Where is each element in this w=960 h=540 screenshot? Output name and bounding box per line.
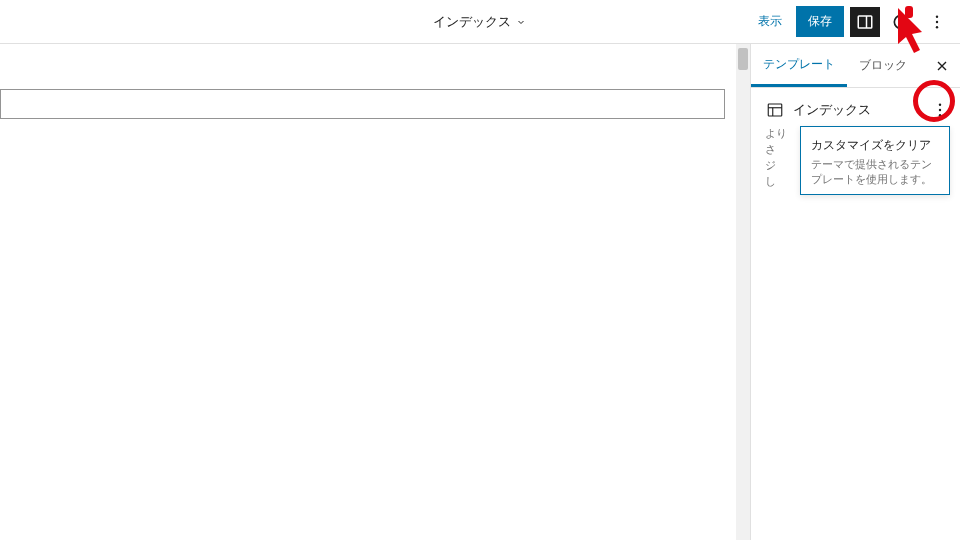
popover-action-desc: テーマで提供されるテンプレートを使用します。 <box>811 157 939 186</box>
svg-point-4 <box>936 20 938 22</box>
template-actions-popover: カスタマイズをクリア テーマで提供されるテンプレートを使用します。 <box>800 126 950 195</box>
tab-template[interactable]: テンプレート <box>751 44 847 87</box>
top-toolbar: インデックス 表示 保存 <box>0 0 960 44</box>
tab-block[interactable]: ブロック <box>847 44 919 87</box>
svg-point-3 <box>936 15 938 17</box>
svg-point-9 <box>939 104 941 106</box>
template-name: インデックス <box>793 101 871 119</box>
styles-button[interactable] <box>886 7 916 37</box>
scrollbar-track[interactable] <box>736 44 750 540</box>
document-title-text: インデックス <box>433 13 511 31</box>
popover-action-clear[interactable]: カスタマイズをクリア <box>811 137 939 154</box>
svg-rect-0 <box>858 16 872 28</box>
svg-point-10 <box>939 109 941 111</box>
editor-canvas[interactable] <box>0 44 750 540</box>
more-options-button[interactable] <box>922 7 952 37</box>
sidebar-toggle-button[interactable] <box>850 7 880 37</box>
scrollbar-thumb[interactable] <box>738 48 748 70</box>
document-title[interactable]: インデックス <box>433 13 527 31</box>
selected-block-outline[interactable] <box>0 89 725 119</box>
svg-rect-6 <box>768 104 782 116</box>
chevron-down-icon <box>515 16 527 28</box>
save-button[interactable]: 保存 <box>796 6 844 37</box>
view-button[interactable]: 表示 <box>750 7 790 36</box>
layout-icon <box>765 100 785 120</box>
settings-sidebar: テンプレート ブロック インデックス より さ ジ し カスタマイズをクリア テ… <box>750 44 960 540</box>
svg-point-11 <box>939 114 941 116</box>
template-actions-button[interactable] <box>928 98 952 122</box>
close-sidebar-button[interactable] <box>924 58 960 74</box>
svg-point-5 <box>936 26 938 28</box>
